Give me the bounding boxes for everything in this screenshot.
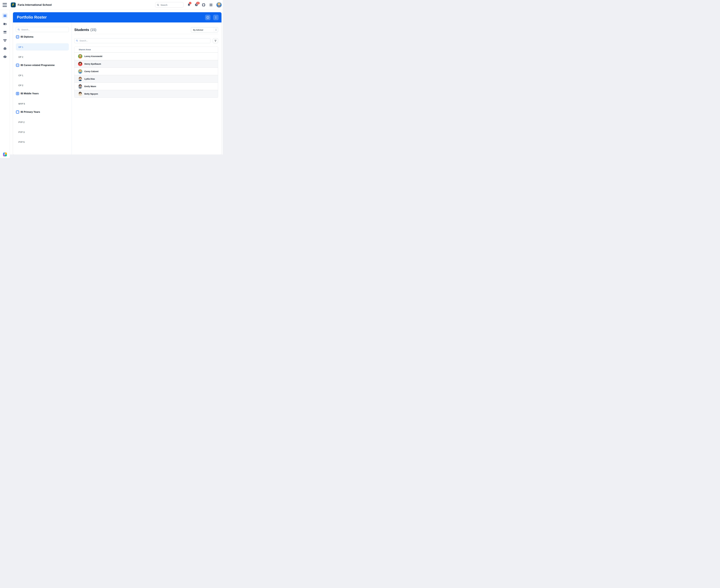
sidebar-search <box>16 27 69 32</box>
grade-list: DP 1 DP 2 <box>16 43 69 61</box>
search-icon <box>18 28 20 31</box>
funnel-icon <box>214 40 217 42</box>
user-avatar[interactable] <box>217 2 222 7</box>
grade-item[interactable]: MYP 5 <box>16 100 69 107</box>
student-avatar <box>78 62 82 66</box>
filter-button[interactable] <box>213 38 218 43</box>
faria-school-logo[interactable] <box>11 2 16 7</box>
student-name: Corey Calzoni <box>84 70 99 72</box>
info-icon <box>206 16 209 19</box>
programme-label: IB Middle Years <box>21 92 39 95</box>
sidebar-search-input[interactable] <box>16 27 69 32</box>
notifications-button[interactable]: 1 <box>187 3 191 7</box>
grade-item[interactable]: PYP 3 <box>16 128 69 135</box>
grade-item[interactable]: CP 1 <box>16 72 69 79</box>
grade-item[interactable]: DP 1 <box>16 43 69 50</box>
apps-grid-button[interactable] <box>209 3 213 7</box>
rail-students-button[interactable] <box>2 21 8 27</box>
grade-list: CP 1 CP 2 <box>16 72 69 89</box>
student-avatar <box>78 84 82 88</box>
student-name: Lenny Kosnowski <box>84 55 102 58</box>
programme-section: DP IB Diploma DP 1 DP 2 <box>16 33 69 61</box>
life-ring-icon <box>202 3 205 7</box>
student-row[interactable]: Betty Nguyen <box>75 90 218 98</box>
sort-by-select[interactable]: By Advisor <box>191 27 218 33</box>
programme-header: DP IB Diploma <box>16 33 69 41</box>
rail-dashboard-button[interactable] <box>2 13 8 18</box>
student-row[interactable]: Lydia Dias <box>75 75 218 83</box>
grade-item-label: MYP 5 <box>18 103 25 105</box>
programme-section: PYP IB Primary Years PYP 2 PYP 3 <box>16 108 69 146</box>
grade-item-label: PYP 5 <box>18 141 24 143</box>
grade-item-label: PYP 2 <box>18 121 24 123</box>
global-search <box>155 2 183 8</box>
programme-label: IB Career-related Programme <box>21 64 55 67</box>
sort-by-value: By Advisor <box>193 29 203 31</box>
student-row[interactable]: Emily Mann <box>75 83 218 90</box>
programme-header: PYP IB Primary Years <box>16 108 69 116</box>
programme-badge-icon: CP <box>16 63 19 67</box>
students-table: Sharon Arese Lenny Kosnowski Henry Epelb… <box>74 46 218 98</box>
rail-classes-button[interactable] <box>2 29 8 35</box>
faria-footer-f: F <box>3 152 7 156</box>
hamburger-menu-icon[interactable] <box>3 3 7 7</box>
rail-resources-button[interactable] <box>2 46 8 51</box>
search-icon <box>157 4 159 6</box>
grade-list: PYP 2 PYP 3 PYP 5 <box>16 119 69 146</box>
dashboard-grid-icon <box>3 14 7 18</box>
student-folder-icon <box>3 22 7 26</box>
portfolio-roster-card: Portfolio Roster <box>13 12 222 154</box>
select-stepper-icon <box>214 27 218 32</box>
student-name: Emily Mann <box>84 85 96 87</box>
grade-item-label: PYP 3 <box>18 131 24 133</box>
programme-header: MYP IB Middle Years <box>16 90 69 97</box>
kebab-menu-icon <box>214 16 217 19</box>
programme-section: MYP IB Middle Years MYP 5 <box>16 90 69 107</box>
programme-label: IB Diploma <box>21 36 34 38</box>
advisor-group-header: Sharon Arese <box>75 47 218 52</box>
notifications-badge: 1 <box>189 2 191 4</box>
grade-item[interactable]: PYP 2 <box>16 119 69 126</box>
grade-item[interactable]: PYP 5 <box>16 138 69 146</box>
grade-item[interactable]: CP 2 <box>16 82 69 89</box>
programme-badge-icon: DP <box>16 35 19 39</box>
students-search <box>74 38 210 43</box>
programme-header: CP IB Career-related Programme <box>16 62 69 69</box>
apps-grid-icon <box>209 3 213 7</box>
left-rail: F <box>0 10 10 158</box>
grade-list: MYP 5 <box>16 100 69 107</box>
student-row[interactable]: Lenny Kosnowski <box>75 52 218 60</box>
school-name: Faria International School <box>18 3 52 6</box>
faria-f-glyph <box>12 3 15 7</box>
student-avatar <box>78 77 82 81</box>
top-header: Faria International School 1 12 <box>0 0 223 10</box>
student-name: Betty Nguyen <box>84 93 98 95</box>
grade-item[interactable]: DP 2 <box>16 53 69 61</box>
grade-item-label: CP 1 <box>18 74 23 77</box>
messages-button[interactable]: 12 <box>194 3 198 7</box>
rail-explore-button[interactable] <box>2 54 8 60</box>
student-row[interactable]: Corey Calzoni <box>75 67 218 75</box>
cube-icon <box>3 47 7 50</box>
info-button[interactable] <box>205 15 210 20</box>
student-name: Henry Epelbaum <box>84 63 101 65</box>
rail-advisors-button[interactable] <box>2 38 8 43</box>
programme-label: IB Primary Years <box>21 110 40 113</box>
teacher-lectern-icon <box>3 39 7 42</box>
programme-list: DP IB Diploma DP 1 DP 2 <box>16 33 69 146</box>
student-name: Lydia Dias <box>84 78 95 80</box>
students-pane: Students (15) By Advisor <box>71 22 222 154</box>
advisor-name: Sharon Arese <box>79 48 91 51</box>
compass-icon <box>3 55 7 59</box>
global-search-input[interactable] <box>161 4 182 6</box>
search-icon <box>76 40 78 42</box>
svg-text:DP: DP <box>17 36 18 38</box>
help-button[interactable] <box>202 3 205 7</box>
messages-badge: 12 <box>196 2 200 4</box>
programme-badge-icon: MYP <box>16 92 19 95</box>
student-rows: Lenny Kosnowski Henry Epelbaum Corey Cal… <box>75 52 218 98</box>
more-options-button[interactable] <box>213 15 219 20</box>
student-row[interactable]: Henry Epelbaum <box>75 60 218 67</box>
students-search-input[interactable] <box>74 38 210 43</box>
student-avatar <box>78 69 82 74</box>
